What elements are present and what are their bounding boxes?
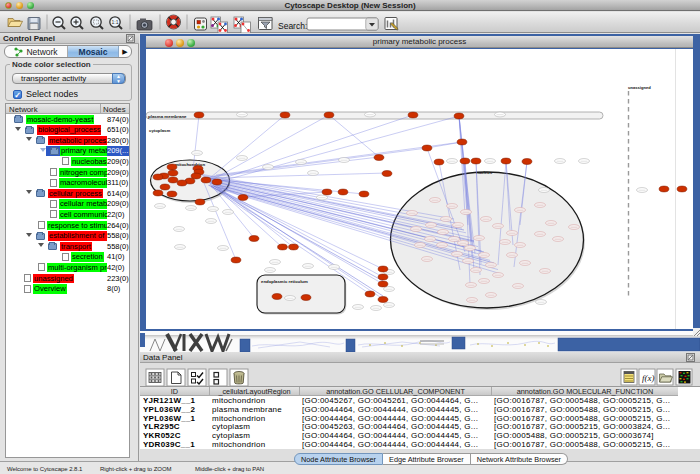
svg-text:Search:: Search: [278, 21, 307, 31]
svg-text:plasma membrane: plasma membrane [148, 114, 187, 119]
svg-text:1:1: 1:1 [112, 19, 119, 25]
svg-text:unassigned: unassigned [628, 85, 651, 90]
svg-text:endoplasmic reticulum: endoplasmic reticulum [261, 279, 308, 284]
svg-text:cytoplasm: cytoplasm [149, 128, 170, 133]
svg-text:nucleus: nucleus [476, 170, 493, 175]
svg-text:f(x): f(x) [642, 373, 655, 383]
